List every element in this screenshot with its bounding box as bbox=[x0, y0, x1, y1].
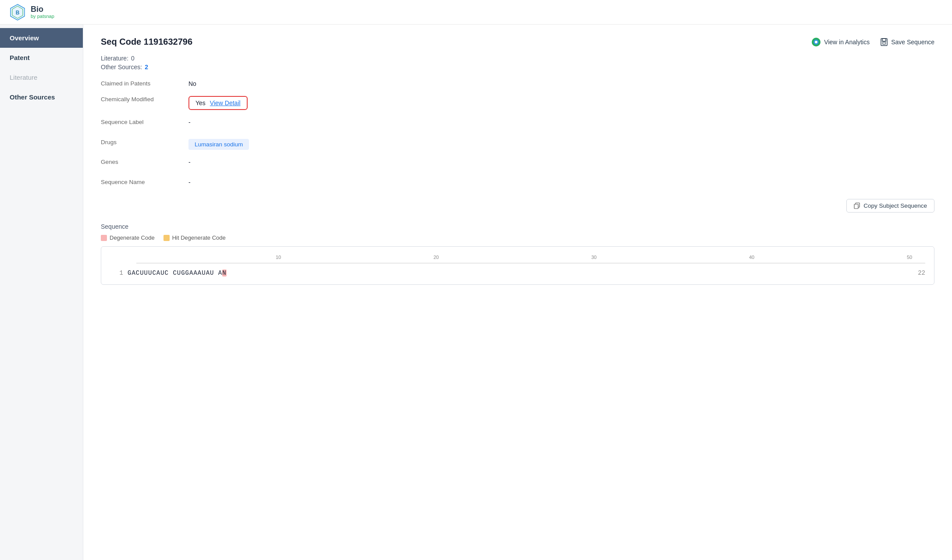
drugs-value: Lumasiran sodium bbox=[188, 139, 249, 150]
view-in-analytics-button[interactable]: View in Analytics bbox=[811, 37, 870, 47]
copy-icon bbox=[854, 202, 860, 209]
content-header: Seq Code 1191632796 View in Analytics bbox=[101, 37, 934, 47]
save-sequence-button[interactable]: Save Sequence bbox=[880, 38, 934, 46]
sequence-row-1: 1 GACUUUCAUC CUGGAAAUAU AN 22 bbox=[110, 269, 925, 276]
chemically-modified-value: Yes View Detail bbox=[188, 96, 248, 110]
main-layout: Overview Patent Literature Other Sources… bbox=[0, 25, 952, 560]
info-section: Literature: 0 Other Sources: 2 bbox=[101, 55, 934, 71]
ruler-tick-30: 30 bbox=[591, 255, 597, 260]
legend-hit-degenerate: Hit Degenerate Code bbox=[163, 234, 226, 241]
drugs-row: Drugs Lumasiran sodium bbox=[101, 130, 934, 154]
sequence-label-row: Sequence Label - bbox=[101, 114, 934, 130]
literature-info: Literature: 0 bbox=[101, 55, 934, 62]
sidebar-item-other-sources[interactable]: Other Sources bbox=[0, 87, 83, 107]
legend-hit-degenerate-label: Hit Degenerate Code bbox=[172, 234, 226, 241]
page-title: Seq Code 1191632796 bbox=[101, 37, 192, 47]
logo-title: Bio bbox=[31, 5, 54, 14]
sidebar-item-literature[interactable]: Literature bbox=[0, 67, 83, 87]
sequence-name-label: Sequence Name bbox=[101, 179, 188, 185]
sequence-section-label: Sequence bbox=[101, 223, 934, 230]
chemically-modified-row: Chemically Modified Yes View Detail bbox=[101, 92, 934, 114]
legend-degenerate-label: Degenerate Code bbox=[110, 234, 155, 241]
seq-start-num: 1 bbox=[110, 269, 123, 276]
ruler-tick-40: 40 bbox=[749, 255, 754, 260]
sequence-viewer: 10 20 30 40 50 1 GACUUUCAUC CUGGAAAUAU A… bbox=[101, 246, 934, 285]
genes-value: - bbox=[188, 159, 191, 166]
drugs-label: Drugs bbox=[101, 139, 188, 145]
drug-tag[interactable]: Lumasiran sodium bbox=[188, 139, 249, 150]
genes-row: Genes - bbox=[101, 154, 934, 170]
logo-area: B Bio by patsnap bbox=[9, 4, 54, 21]
claimed-in-patents-value: No bbox=[188, 80, 196, 87]
seq-content: GACUUUCAUC CUGGAAAUAU AN bbox=[128, 269, 227, 276]
logo-icon: B bbox=[9, 4, 26, 21]
detail-table: Claimed in Patents No Chemically Modifie… bbox=[101, 76, 934, 190]
save-icon bbox=[880, 38, 888, 46]
ruler-tick-50: 50 bbox=[907, 255, 912, 260]
chemically-modified-label: Chemically Modified bbox=[101, 96, 188, 103]
legend-hit-degenerate-color bbox=[163, 235, 170, 241]
svg-point-5 bbox=[815, 41, 817, 43]
logo-text-block: Bio by patsnap bbox=[31, 5, 54, 19]
other-sources-label: Other Sources: bbox=[101, 64, 142, 71]
sequence-name-row: Sequence Name - bbox=[101, 170, 934, 190]
claimed-in-patents-label: Claimed in Patents bbox=[101, 80, 188, 87]
sidebar-item-overview[interactable]: Overview bbox=[0, 28, 83, 48]
sidebar: Overview Patent Literature Other Sources bbox=[0, 25, 83, 560]
svg-text:B: B bbox=[16, 10, 20, 16]
sidebar-item-patent[interactable]: Patent bbox=[0, 48, 83, 67]
literature-value: 0 bbox=[131, 55, 135, 62]
seq-end-num: 22 bbox=[918, 269, 925, 276]
genes-label: Genes bbox=[101, 159, 188, 165]
seq-highlight-char: N bbox=[222, 269, 226, 276]
legend-degenerate: Degenerate Code bbox=[101, 234, 155, 241]
sequence-name-value: - bbox=[188, 179, 191, 186]
view-detail-link[interactable]: View Detail bbox=[210, 99, 241, 106]
ruler-tick-20: 20 bbox=[433, 255, 439, 260]
copy-btn-area: Copy Subject Sequence bbox=[101, 199, 934, 216]
literature-label: Literature: bbox=[101, 55, 128, 62]
copy-subject-sequence-button[interactable]: Copy Subject Sequence bbox=[846, 199, 934, 213]
svg-rect-10 bbox=[854, 204, 858, 209]
sequence-legend: Degenerate Code Hit Degenerate Code bbox=[101, 234, 934, 241]
chem-mod-box: Yes View Detail bbox=[188, 96, 248, 110]
claimed-in-patents-row: Claimed in Patents No bbox=[101, 76, 934, 92]
sequence-section: Sequence Degenerate Code Hit Degenerate … bbox=[101, 223, 934, 285]
sequence-label-label: Sequence Label bbox=[101, 119, 188, 125]
content-area: Seq Code 1191632796 View in Analytics bbox=[83, 25, 952, 560]
analytics-icon bbox=[811, 37, 821, 47]
chem-mod-yes: Yes bbox=[195, 99, 206, 106]
header-actions: View in Analytics Save Sequence bbox=[811, 37, 934, 47]
ruler-tick-10: 10 bbox=[276, 255, 281, 260]
other-sources-value[interactable]: 2 bbox=[145, 64, 148, 71]
other-sources-info: Other Sources: 2 bbox=[101, 64, 934, 71]
topbar: B Bio by patsnap bbox=[0, 0, 952, 25]
logo-subtitle: by patsnap bbox=[31, 14, 54, 19]
svg-rect-8 bbox=[883, 42, 885, 44]
legend-degenerate-color bbox=[101, 235, 107, 241]
sequence-label-value: - bbox=[188, 119, 191, 126]
svg-rect-7 bbox=[882, 39, 886, 41]
sequence-ruler: 10 20 30 40 50 bbox=[136, 255, 925, 263]
